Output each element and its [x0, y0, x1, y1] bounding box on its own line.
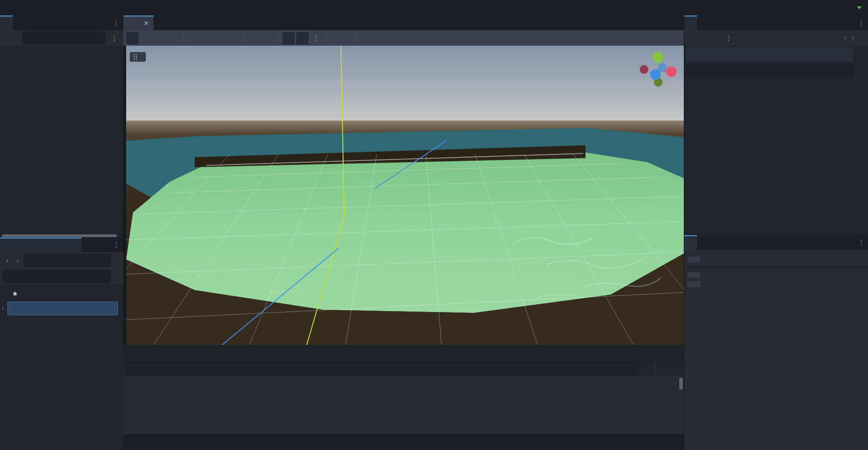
instance-scene-button[interactable]: [13, 34, 20, 42]
bfportal-panel: [684, 250, 868, 294]
history-back-button[interactable]: ‹: [844, 33, 847, 42]
property-filter-input[interactable]: [686, 64, 853, 77]
rotate-icon: [156, 34, 164, 42]
axis-x[interactable]: [666, 67, 677, 77]
magnet-snap-button[interactable]: [262, 32, 275, 44]
scene-tree-hscrollbar[interactable]: [0, 233, 123, 238]
magnet-icon: [265, 34, 272, 42]
viewport-toolbar: ⋮: [123, 30, 684, 46]
scale-tool-button[interactable]: [167, 32, 180, 44]
filesystem-dock-menu[interactable]: ⋮: [110, 241, 122, 248]
list-select-tool-button[interactable]: [187, 32, 200, 44]
axis-neg-x[interactable]: [640, 65, 649, 74]
play-custom-scene-button[interactable]: [821, 2, 833, 14]
split-view-button[interactable]: [113, 257, 121, 264]
lock-node-button[interactable]: [201, 32, 213, 44]
property-tools-icon[interactable]: [858, 66, 865, 73]
lock-icon: [204, 34, 211, 42]
asset-filter-input[interactable]: [127, 362, 639, 375]
sort-assets-button[interactable]: [642, 365, 650, 372]
play-scene-icon: [809, 4, 817, 12]
rotate-tool-button[interactable]: [154, 32, 166, 44]
play-scene-button[interactable]: [807, 2, 819, 14]
tab-node[interactable]: [697, 16, 710, 30]
ruler-icon: [231, 34, 239, 42]
playback-controls: [750, 0, 864, 16]
move-tool-button[interactable]: [140, 32, 152, 44]
tab-scene[interactable]: [0, 16, 13, 30]
nav-forward-button[interactable]: ›: [13, 256, 22, 265]
sun-preview-toggle[interactable]: [282, 32, 295, 44]
search-icon: [629, 364, 636, 371]
tab-import[interactable]: [13, 16, 26, 30]
sort-files-button[interactable]: [113, 273, 121, 280]
axis-y[interactable]: [653, 52, 663, 63]
notification-bell-icon[interactable]: [639, 439, 646, 446]
filesystem-dock: ⋮ ‹ › ★ ›: [0, 238, 124, 450]
preview-settings-menu[interactable]: ⋮: [310, 35, 322, 42]
scene-dock-menu[interactable]: ⋮: [110, 19, 122, 26]
chevron-right-icon[interactable]: ›: [2, 305, 4, 312]
node3d-icon: [129, 20, 135, 26]
load-resource-button[interactable]: [699, 34, 706, 42]
history-forward-button[interactable]: ›: [851, 33, 854, 42]
inspector-dock-menu[interactable]: ⋮: [855, 19, 868, 26]
tab-memorytool[interactable]: [697, 235, 710, 250]
remote-debug-button[interactable]: [793, 2, 805, 14]
stop-icon: [781, 4, 788, 12]
new-resource-button[interactable]: [687, 34, 694, 42]
scene-tree-menu[interactable]: ⋮: [108, 35, 121, 42]
portal-setup-button[interactable]: [687, 256, 701, 263]
tab-filesystem[interactable]: [0, 238, 81, 252]
close-icon[interactable]: ✕: [142, 20, 149, 27]
plus-icon: [159, 19, 166, 26]
tab-bfportal[interactable]: [684, 235, 697, 250]
plugin-dock-menu[interactable]: ⋮: [855, 239, 868, 246]
export-current-level-button[interactable]: [687, 272, 701, 278]
select-tool-button[interactable]: [126, 32, 138, 44]
new-scene-tab-button[interactable]: [154, 16, 172, 30]
tab-inspector[interactable]: [684, 16, 697, 30]
play-icon: [752, 4, 760, 12]
snap-toggle-button[interactable]: [249, 32, 261, 44]
file-filter-input[interactable]: [3, 270, 111, 283]
open-exports-button[interactable]: [687, 281, 701, 287]
view-axis-gizmo[interactable]: [639, 51, 678, 90]
history-icon[interactable]: [858, 34, 866, 42]
axis-z[interactable]: [650, 69, 661, 80]
save-resource-button[interactable]: [711, 34, 718, 42]
filesystem-dock-tabs: ⋮: [0, 238, 123, 252]
path-input[interactable]: [24, 254, 111, 267]
projection-label[interactable]: [130, 52, 146, 62]
inspector-toolbar: ⋮ ‹ ›: [684, 30, 868, 46]
star-icon: ★: [12, 290, 18, 298]
play-custom-scene-icon: [823, 4, 831, 12]
resource-extra-menu[interactable]: ⋮: [723, 35, 735, 42]
add-node-button[interactable]: [3, 34, 10, 42]
filesystem-item-res[interactable]: [7, 302, 118, 315]
open-docs-icon[interactable]: [857, 49, 866, 59]
inspector-dock-tabs: ⋮: [684, 16, 868, 30]
distraction-free-button[interactable]: [672, 19, 680, 27]
scene-tree: [0, 46, 123, 238]
favorites-label: ★: [0, 285, 123, 302]
ruler-tool-button[interactable]: [229, 32, 241, 44]
plugin-dock-tabs: ⋮: [684, 235, 868, 250]
renderer-selector[interactable]: [849, 6, 864, 9]
pause-button[interactable]: [764, 2, 777, 14]
group-node-button[interactable]: [215, 32, 227, 44]
pin-panel-button[interactable]: [657, 439, 665, 446]
grid-view-button[interactable]: [662, 365, 669, 372]
nav-back-button[interactable]: ‹: [3, 256, 12, 265]
scene-filter-input[interactable]: [23, 32, 106, 44]
list-view-button[interactable]: [673, 365, 680, 372]
expand-panel-button[interactable]: [670, 439, 677, 446]
stop-button[interactable]: [778, 2, 791, 14]
tab-history[interactable]: [710, 16, 723, 30]
scene-tab-mp-tungsten[interactable]: ✕: [123, 16, 154, 30]
movie-maker-button[interactable]: [835, 2, 847, 14]
environment-preview-toggle[interactable]: [296, 32, 309, 44]
asset-grid-scrollbar[interactable]: [679, 377, 683, 433]
viewport-3d[interactable]: [126, 46, 684, 346]
play-button[interactable]: [750, 2, 762, 14]
